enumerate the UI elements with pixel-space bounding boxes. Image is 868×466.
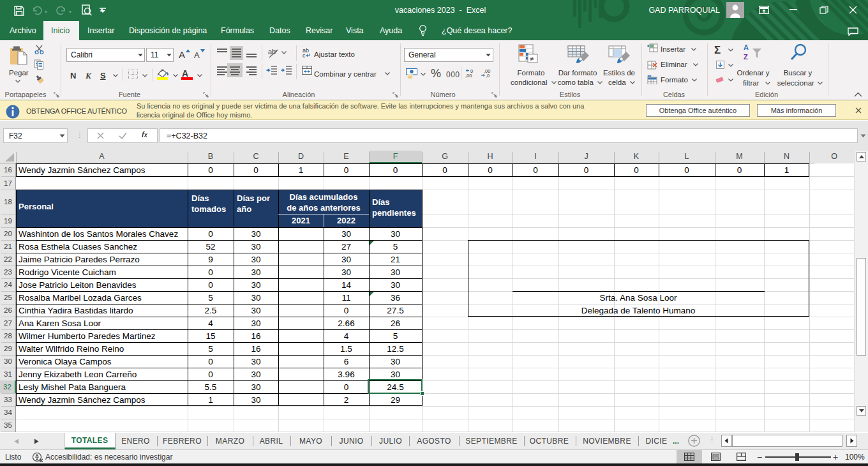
svg-text:ab: ab [268, 48, 276, 56]
svg-text:≠: ≠ [530, 55, 534, 63]
svg-text:,0: ,0 [486, 73, 490, 78]
svg-text:,00: ,00 [465, 73, 472, 78]
svg-text:c: c [303, 52, 306, 58]
